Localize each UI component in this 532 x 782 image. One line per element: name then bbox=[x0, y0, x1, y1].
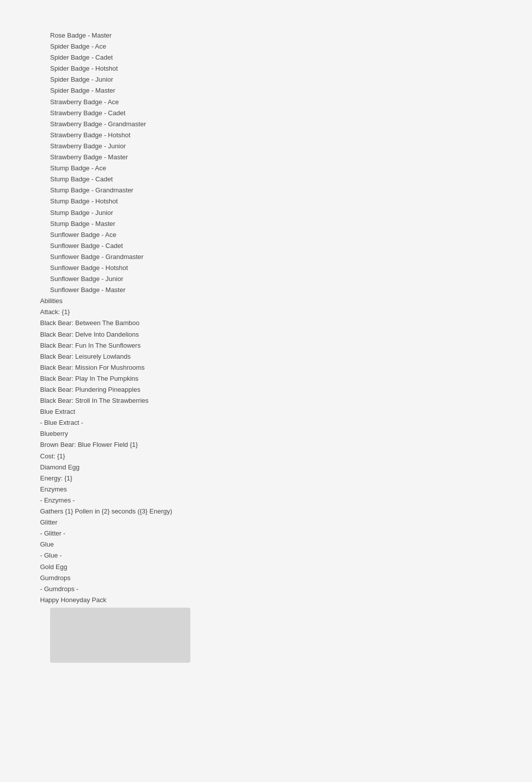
list-item: Brown Bear: Blue Flower Field {1} bbox=[40, 439, 492, 450]
list-item: Sunflower Badge - Master bbox=[40, 285, 492, 296]
list-item: Enzymes bbox=[40, 484, 492, 495]
list-item: Stump Badge - Ace bbox=[40, 163, 492, 174]
list-item: Stump Badge - Cadet bbox=[40, 174, 492, 185]
list-item: Energy: {1} bbox=[40, 473, 492, 484]
list-item: Gathers {1} Pollen in {2} seconds ({3} E… bbox=[40, 506, 492, 517]
list-item: Cost: {1} bbox=[40, 451, 492, 462]
list-item: Stump Badge - Hotshot bbox=[40, 196, 492, 207]
list-item: Blueberry bbox=[40, 428, 492, 439]
list-item: Strawberry Badge - Cadet bbox=[40, 108, 492, 119]
list-item: Strawberry Badge - Master bbox=[40, 152, 492, 163]
list-item: - Blue Extract - bbox=[40, 417, 492, 428]
list-item: Happy Honeyday Pack bbox=[40, 595, 492, 606]
list-item: Stump Badge - Master bbox=[40, 218, 492, 229]
list-item: Stump Badge - Junior bbox=[40, 207, 492, 218]
list-item: - Glue - bbox=[40, 550, 492, 561]
list-item: - Enzymes - bbox=[40, 495, 492, 506]
list-item: - Glitter - bbox=[40, 528, 492, 539]
list-item: Black Bear: Leisurely Lowlands bbox=[40, 351, 492, 362]
list-item: Black Bear: Fun In The Sunflowers bbox=[40, 340, 492, 351]
list-item: Black Bear: Mission For Mushrooms bbox=[40, 362, 492, 373]
list-item: Glitter bbox=[40, 517, 492, 528]
list-item: Diamond Egg bbox=[40, 462, 492, 473]
item-list: Rose Badge - MasterSpider Badge - AceSpi… bbox=[40, 30, 492, 606]
list-item: Black Bear: Plundering Pineapples bbox=[40, 384, 492, 395]
list-item: Black Bear: Between The Bamboo bbox=[40, 318, 492, 329]
list-item: Spider Badge - Cadet bbox=[40, 52, 492, 63]
page-container: Rose Badge - MasterSpider Badge - AceSpi… bbox=[0, 0, 532, 693]
list-item: Strawberry Badge - Junior bbox=[40, 141, 492, 152]
list-item: Abilities bbox=[40, 296, 492, 307]
list-item: Sunflower Badge - Cadet bbox=[40, 240, 492, 251]
list-item: - Gumdrops - bbox=[40, 584, 492, 595]
list-item: Blue Extract bbox=[40, 406, 492, 417]
list-item: Strawberry Badge - Grandmaster bbox=[40, 119, 492, 130]
list-item: Black Bear: Stroll In The Strawberries bbox=[40, 395, 492, 406]
image-placeholder bbox=[50, 608, 190, 663]
list-item: Spider Badge - Ace bbox=[40, 41, 492, 52]
list-item: Stump Badge - Grandmaster bbox=[40, 185, 492, 196]
list-item: Strawberry Badge - Hotshot bbox=[40, 130, 492, 141]
list-item: Strawberry Badge - Ace bbox=[40, 97, 492, 108]
list-item: Sunflower Badge - Grandmaster bbox=[40, 251, 492, 263]
list-item: Sunflower Badge - Ace bbox=[40, 229, 492, 240]
list-item: Black Bear: Play In The Pumpkins bbox=[40, 373, 492, 384]
list-item: Sunflower Badge - Hotshot bbox=[40, 263, 492, 274]
list-item: Spider Badge - Junior bbox=[40, 74, 492, 85]
list-item: Attack: {1} bbox=[40, 307, 492, 318]
list-item: Sunflower Badge - Junior bbox=[40, 274, 492, 285]
list-item: Glue bbox=[40, 539, 492, 550]
list-item: Spider Badge - Master bbox=[40, 85, 492, 96]
list-item: Spider Badge - Hotshot bbox=[40, 63, 492, 74]
list-item: Gumdrops bbox=[40, 573, 492, 584]
list-item: Rose Badge - Master bbox=[40, 30, 492, 41]
list-item: Gold Egg bbox=[40, 562, 492, 573]
list-item: Black Bear: Delve Into Dandelions bbox=[40, 329, 492, 340]
